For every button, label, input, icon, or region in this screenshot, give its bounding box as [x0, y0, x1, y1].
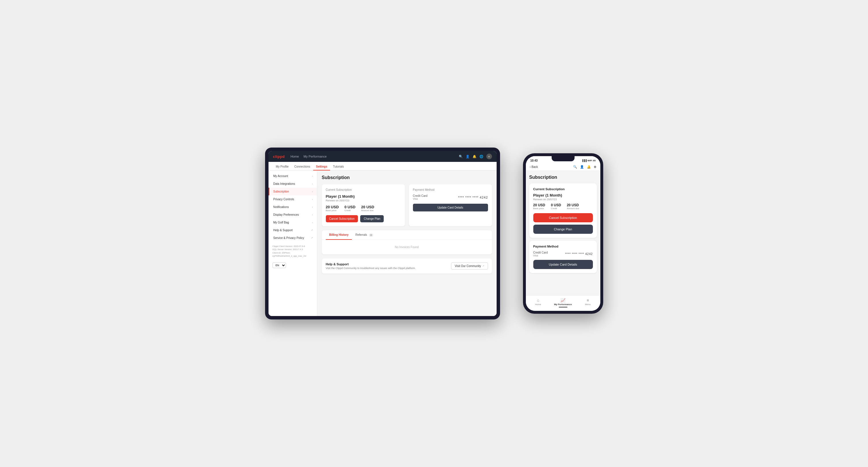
chevron-right-icon: › [312, 175, 313, 178]
bottom-nav-my-performance[interactable]: 📈 My Performance [551, 298, 576, 307]
globe-icon[interactable]: 🌐 [479, 155, 484, 158]
bell-icon[interactable]: 🔔 [472, 155, 476, 158]
current-subscription-card: Current Subscription Player (1 Month) Re… [322, 184, 405, 226]
chevron-right-icon: › [312, 221, 313, 224]
phone-notch [552, 156, 575, 161]
subscription-cards: Current Subscription Player (1 Month) Re… [322, 184, 492, 226]
phone-payment-method-card: Payment Method Credit Card Visa **** ***… [529, 241, 597, 273]
sidebar-item-my-golf-bag[interactable]: My Golf Bag › [269, 219, 317, 226]
phone-plan-renew: Renews on 25/07/23 [533, 198, 593, 201]
tab-my-profile[interactable]: My Profile [273, 163, 291, 170]
main-content: Subscription Current Subscription Player… [317, 170, 497, 316]
sidebar-item-display-preferences[interactable]: Display Preferences › [269, 211, 317, 219]
phone-plan-name: Player (1 Month) [533, 193, 593, 197]
subscription-actions: Cancel Subscription Change Plan [326, 215, 401, 222]
payment-info-row: Credit Card Visa **** **** **** 4242 [413, 194, 488, 200]
help-text: Help & Support Visit the Clippd Communit… [326, 262, 447, 270]
help-title: Help & Support [326, 262, 447, 266]
wifi-icon: WiFi [587, 159, 592, 162]
tablet-body: My Account › Data Integrations › Subscri… [269, 170, 497, 316]
sidebar-item-notifications[interactable]: Notifications › [269, 203, 317, 211]
tablet-device: clippd Home My Performance 🔍 👤 🔔 🌐 A My … [265, 148, 500, 319]
chevron-right-icon: › [312, 213, 313, 216]
sidebar-item-help-support[interactable]: Help & Support ↗ [269, 226, 317, 234]
cancel-subscription-button[interactable]: Cancel Subscription [326, 215, 358, 222]
phone-pricing: 20 USD Base price 0 USD Credit 20 USD Am… [533, 203, 593, 210]
chevron-right-icon: › [312, 206, 313, 209]
nav-links: Home My Performance [290, 155, 327, 158]
home-icon: ⌂ [537, 298, 539, 303]
phone-base-price: 20 USD Base price [533, 203, 545, 210]
phone-update-card-button[interactable]: Update Card Details [533, 260, 593, 269]
phone-navbar: ‹ Back 🔍 👤 🔔 ⊕ [526, 163, 600, 171]
app-logo: clippd [273, 154, 285, 159]
referrals-tab[interactable]: Referrals 0 [352, 230, 376, 240]
nav-home[interactable]: Home [290, 155, 299, 158]
chevron-right-icon: › [312, 198, 313, 201]
page-title: Subscription [322, 175, 492, 180]
tablet-screen: clippd Home My Performance 🔍 👤 🔔 🌐 A My … [269, 151, 497, 316]
external-link-icon: ↗ [482, 265, 484, 267]
phone-payment-row: Credit Card Visa **** **** **** 4242 [533, 251, 593, 257]
billing-tabs: Billing History Referrals 0 [322, 230, 492, 240]
phone-change-plan-button[interactable]: Change Plan [533, 225, 593, 234]
phone-card-number: **** **** **** 4242 [565, 252, 593, 255]
visit-community-button[interactable]: Visit Our Community ↗ [451, 262, 488, 270]
chevron-right-icon: › [312, 183, 313, 185]
language-select[interactable]: EN [273, 262, 286, 268]
external-link-icon: ↗ [311, 237, 313, 239]
sidebar-item-service-privacy[interactable]: Service & Privacy Policy ↗ [269, 234, 317, 242]
status-time: 10:43 [530, 159, 538, 162]
plan-pricing: 20 USD Base price 0 USD Credit 20 USD Am… [326, 205, 401, 212]
bottom-nav-menu[interactable]: ≡ Menu [576, 298, 600, 307]
phone-page-title: Subscription [529, 175, 597, 180]
people-icon[interactable]: 👤 [466, 155, 470, 158]
tablet-navbar: clippd Home My Performance 🔍 👤 🔔 🌐 A [269, 151, 497, 162]
tab-tutorials[interactable]: Tutorials [330, 163, 347, 170]
bell-icon[interactable]: 🔔 [587, 165, 591, 169]
credit-price: 0 USD Credit [344, 205, 355, 212]
current-subscription-title: Current Subscription [326, 188, 401, 191]
tab-settings[interactable]: Settings [313, 163, 330, 170]
payment-info: Credit Card Visa [413, 194, 428, 200]
tab-connections[interactable]: Connections [291, 163, 313, 170]
amount-due: 20 USD Amount due [361, 205, 374, 212]
menu-icon: ≡ [587, 298, 589, 303]
sidebar-item-subscription[interactable]: Subscription › [269, 188, 317, 195]
sidebar-item-my-account[interactable]: My Account › [269, 172, 317, 180]
chevron-left-icon: ‹ [530, 165, 531, 168]
search-icon[interactable]: 🔍 [459, 155, 463, 158]
phone-credit: 0 USD Credit [551, 203, 561, 210]
phone-cancel-subscription-button[interactable]: Cancel Subscription [533, 213, 593, 222]
signal-icon: ▐▐▐ [582, 159, 587, 162]
bottom-nav-home[interactable]: ⌂ Home [526, 298, 551, 307]
external-link-icon: ↗ [311, 229, 313, 231]
referrals-badge: 0 [369, 234, 373, 237]
plan-name: Player (1 Month) [326, 194, 401, 198]
sidebar-item-data-integrations[interactable]: Data Integrations › [269, 180, 317, 188]
base-price: 20 USD Base price [326, 205, 339, 212]
avatar[interactable]: A [486, 154, 492, 159]
person-icon[interactable]: 👤 [580, 165, 584, 169]
nav-icons: 🔍 👤 🔔 🌐 A [459, 154, 492, 159]
phone-screen: 10:43 ▐▐▐ WiFi 85 ‹ Back 🔍 👤 🔔 ⊕ [526, 156, 600, 311]
nav-my-performance[interactable]: My Performance [304, 155, 327, 158]
profile-tabs: My Profile Connections Settings Tutorial… [269, 162, 497, 170]
back-button[interactable]: ‹ Back [530, 165, 538, 168]
phone-device: 10:43 ▐▐▐ WiFi 85 ‹ Back 🔍 👤 🔔 ⊕ [523, 153, 603, 314]
sidebar-item-privacy-controls[interactable]: Privacy Controls › [269, 195, 317, 203]
update-card-button[interactable]: Update Card Details [413, 204, 488, 212]
billing-history-tab[interactable]: Billing History [326, 230, 352, 240]
payment-card-number: **** **** **** 4242 [458, 196, 488, 199]
battery-icon: 85 [593, 159, 596, 162]
help-support-section: Help & Support Visit the Clippd Communit… [322, 258, 492, 274]
version-info: Clippd Client Version: 2023.07.6-8 GQL S… [269, 242, 317, 260]
phone-current-subscription-title: Current Subscription [533, 187, 593, 191]
chart-icon: 📈 [560, 298, 565, 303]
plus-icon[interactable]: ⊕ [594, 165, 596, 169]
phone-bottom-navigation: ⌂ Home 📈 My Performance ≡ Menu [526, 295, 600, 311]
help-description: Visit the Clippd Community to troublesho… [326, 267, 447, 270]
change-plan-button[interactable]: Change Plan [360, 215, 384, 222]
search-icon[interactable]: 🔍 [573, 165, 577, 169]
language-selector[interactable]: EN [269, 260, 317, 270]
